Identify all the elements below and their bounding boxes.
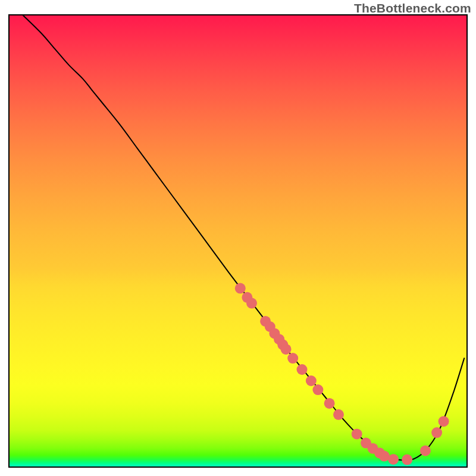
chart-container: TheBottleneck.com [0,0,476,476]
bottleneck-curve [23,15,464,461]
curve-marker [352,428,362,439]
curve-marker [431,427,442,438]
curve-marker [402,455,412,465]
curve-marker [235,283,246,294]
curve-marker [439,416,449,427]
watermark-text: TheBottleneck.com [354,1,471,15]
curve-svg [10,15,466,466]
curve-marker [281,344,292,355]
curve-marker [324,398,335,409]
curve-marker [388,454,399,465]
curve-marker [420,446,431,456]
curve-marker [312,384,323,395]
curve-marker [287,353,298,364]
plot-area [8,14,468,468]
curve-marker [306,375,317,386]
curve-markers [235,283,449,465]
curve-marker [246,298,257,309]
curve-marker [379,451,390,462]
curve-marker [333,409,344,420]
curve-marker [297,364,308,375]
